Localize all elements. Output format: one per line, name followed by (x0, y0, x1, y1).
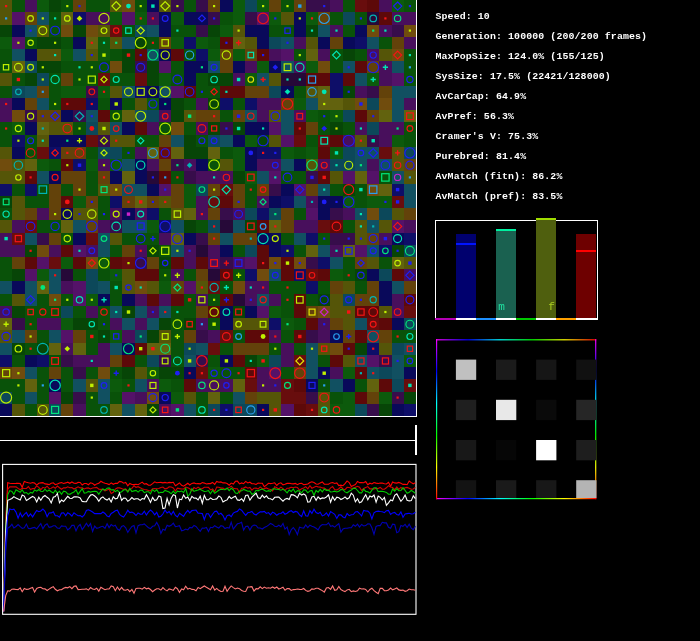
svg-text:AvMatch (fitn): 86.2%: AvMatch (fitn): 86.2% (436, 171, 563, 182)
svg-text:m: m (498, 301, 505, 313)
svg-text:Cramer's V: 75.3%: Cramer's V: 75.3% (436, 131, 539, 142)
svg-text:Speed: 10: Speed: 10 (436, 11, 490, 22)
svg-text:f: f (548, 301, 555, 313)
svg-text:Generation: 100000 (200/200 fr: Generation: 100000 (200/200 frames) (436, 31, 648, 42)
svg-text:MaxPopSize: 124.0% (155/125): MaxPopSize: 124.0% (155/125) (436, 51, 605, 62)
svg-text:AvMatch (pref): 83.5%: AvMatch (pref): 83.5% (436, 191, 563, 202)
svg-text:Purebred: 81.4%: Purebred: 81.4% (436, 151, 527, 162)
svg-text:AvPref: 56.3%: AvPref: 56.3% (436, 111, 515, 122)
svg-text:AvCarCap: 64.9%: AvCarCap: 64.9% (436, 91, 527, 102)
svg-text:SysSize: 17.5% (22421/128000): SysSize: 17.5% (22421/128000) (436, 71, 611, 82)
